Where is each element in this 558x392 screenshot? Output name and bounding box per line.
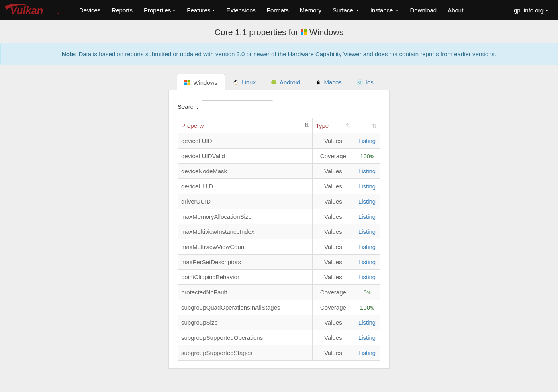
page-title-prefix: Core 1.1 properties for [215,27,298,37]
alert-label: Note: [62,51,77,57]
nav-item-instance[interactable]: Instance [365,1,405,20]
nav-item-surface[interactable]: Surface [327,1,365,20]
chevron-down-icon [172,10,176,11]
windows-icon [184,80,190,86]
table-row: maxMultiviewViewCountValuesListing [178,239,380,255]
value-cell: Listing [354,209,380,224]
property-cell: subgroupSupportedStages [178,345,313,361]
listing-link[interactable]: Listing [358,137,376,144]
col-property-header[interactable]: Property ⇅ [178,118,313,133]
listing-link[interactable]: Listing [358,349,376,356]
value-cell: Listing [354,239,380,255]
table-row: deviceUUIDValuesListing [178,179,380,194]
listing-link[interactable]: Listing [358,168,376,174]
table-row: pointClippingBehaviorValuesListing [178,270,380,285]
nav-item-extensions[interactable]: Extensions [221,1,261,20]
chevron-down-icon [212,10,215,11]
listing-link[interactable]: Listing [358,198,376,205]
table-row: maxMemoryAllocationSizeValuesListing [178,209,380,224]
type-cell: Values [312,270,354,285]
listing-link[interactable]: Listing [358,213,376,220]
svg-rect-17 [357,80,362,85]
svg-point-1 [57,13,59,14]
tab-label: Windows [193,79,217,86]
value-cell: Listing [354,179,380,194]
coverage-percent: 0% [363,289,370,296]
macos-icon [315,79,321,85]
property-cell: maxMemoryAllocationSize [178,209,313,224]
info-alert: Note: Data is based on reports submitted… [0,43,558,65]
col-value-header[interactable]: ⇅ [354,118,380,133]
type-cell: Values [312,209,354,224]
value-cell: Listing [354,315,380,330]
nav-item-reports[interactable]: Reports [106,1,138,20]
property-cell: deviceLUIDValid [178,149,313,164]
nav-item-features[interactable]: Features [181,1,221,20]
listing-link[interactable]: Listing [358,274,376,280]
chevron-down-icon [545,10,548,11]
value-cell: Listing [354,133,380,149]
properties-table: Property ⇅ Type ⇅ ⇅ deviceLUIDValuesList… [178,118,380,361]
value-cell: Listing [354,345,380,361]
brand-logo[interactable]: Vulkan [4,4,74,17]
table-row: maxMultiviewInstanceIndexValuesListing [178,224,380,239]
listing-link[interactable]: Listing [358,243,376,250]
property-cell: driverUUID [178,194,313,209]
property-cell: subgroupQuadOperationsInAllStages [178,300,313,315]
nav-item-label: Properties [144,7,171,14]
nav-item-download[interactable]: Download [404,1,442,20]
coverage-percent: 100% [360,304,374,311]
svg-rect-2 [301,29,303,32]
property-cell: subgroupSize [178,315,313,330]
svg-rect-4 [301,32,303,35]
tab-android[interactable]: Android [263,74,308,90]
nav-item-label: Reports [112,7,133,14]
search-input[interactable] [202,100,273,112]
nav-site-switcher[interactable]: gpuinfo.org [508,1,554,20]
svg-rect-15 [271,82,272,84]
tab-ios[interactable]: Ios [349,74,381,90]
nav-item-label: Instance [370,7,393,14]
type-cell: Values [312,239,354,255]
property-cell: maxPerSetDescriptors [178,255,313,270]
nav-item-about[interactable]: About [442,1,469,20]
value-cell: Listing [354,224,380,239]
table-row: deviceLUIDValidCoverage100% [178,149,380,164]
coverage-percent: 100% [360,153,374,159]
table-row: driverUUIDValuesListing [178,194,380,209]
listing-link[interactable]: Listing [358,259,376,265]
property-cell: deviceNodeMask [178,164,313,179]
nav-item-label: Features [187,7,210,14]
listing-link[interactable]: Listing [358,334,376,341]
property-cell: maxMultiviewInstanceIndex [178,224,313,239]
type-cell: Coverage [312,285,354,300]
sort-icon: ⇅ [372,123,377,129]
value-cell: Listing [354,164,380,179]
tab-macos[interactable]: Macos [308,74,349,90]
listing-link[interactable]: Listing [358,319,376,326]
nav-item-label: Devices [79,7,100,14]
tab-windows[interactable]: Windows [177,74,225,90]
tab-label: Ios [366,79,374,86]
svg-rect-6 [184,80,187,82]
svg-rect-7 [188,80,190,82]
col-type-header[interactable]: Type ⇅ [312,118,354,133]
nav-items: DevicesReportsPropertiesFeaturesExtensio… [74,1,508,20]
nav-site-label: gpuinfo.org [514,7,544,14]
type-cell: Values [312,255,354,270]
android-icon [271,79,277,85]
type-cell: Coverage [312,149,354,164]
nav-item-formats[interactable]: Formats [261,1,294,20]
listing-link[interactable]: Listing [358,183,376,190]
nav-item-properties[interactable]: Properties [138,1,181,20]
type-cell: Values [312,133,354,149]
tab-linux[interactable]: Linux [225,74,263,90]
value-cell: 100% [354,300,380,315]
chevron-down-icon [395,10,399,11]
type-cell: Values [312,345,354,361]
nav-item-memory[interactable]: Memory [294,1,327,20]
value-cell: 0% [354,285,380,300]
table-row: deviceNodeMaskValuesListing [178,164,380,179]
nav-item-devices[interactable]: Devices [74,1,106,20]
listing-link[interactable]: Listing [358,228,376,235]
